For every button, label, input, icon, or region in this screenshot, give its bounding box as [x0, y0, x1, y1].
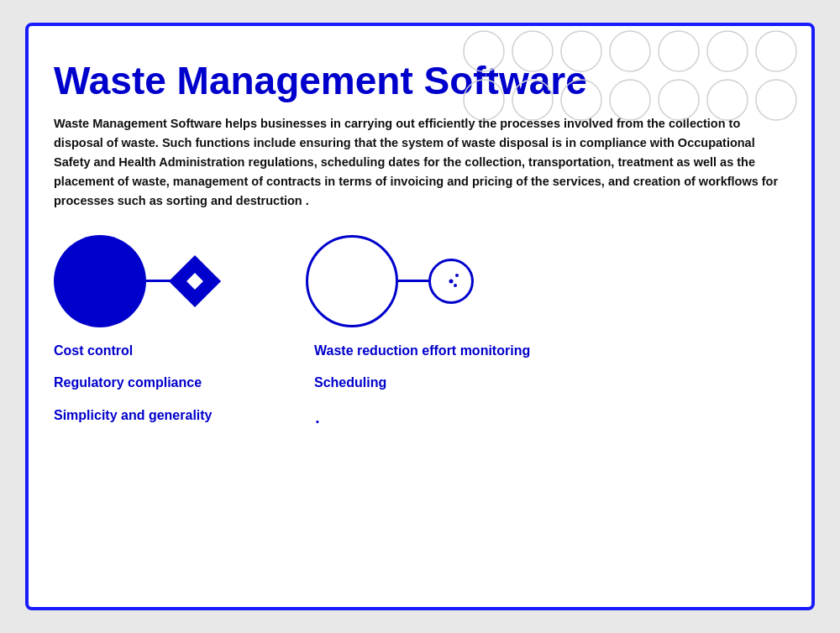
- dot-center: [449, 279, 454, 283]
- features-row: Cost control Regulatory compliance Simpl…: [54, 343, 786, 440]
- diagram-right: [306, 235, 533, 327]
- connector-line-right: [398, 280, 428, 282]
- dot-top-right: [455, 274, 459, 277]
- diamond-shape: [169, 254, 221, 306]
- feature-item-regulatory: Regulatory compliance: [54, 374, 289, 392]
- page-title: Waste Management Software: [54, 60, 786, 102]
- dot-bottom-right: [454, 284, 457, 287]
- description-text: Waste Management Software helps business…: [54, 114, 786, 212]
- large-outline-circle: [306, 235, 398, 327]
- feature-item-waste-reduction: Waste reduction effort monitoring: [314, 343, 549, 360]
- main-card: Waste Management Software Waste Manageme…: [25, 23, 815, 610]
- diagram-left: [54, 235, 281, 327]
- features-left: Cost control Regulatory compliance Simpl…: [54, 343, 289, 440]
- features-right: Waste reduction effort monitoring Schedu…: [314, 343, 549, 440]
- feature-item-cost: Cost control: [54, 343, 289, 360]
- feature-item-simplicity: Simplicity and generality: [54, 407, 289, 425]
- circle-dots: [444, 274, 459, 289]
- small-outline-circle: [428, 259, 474, 304]
- diagrams-row: [54, 235, 786, 327]
- dot-bullet: ·: [314, 407, 549, 434]
- feature-item-scheduling: Scheduling: [314, 374, 549, 392]
- diamond-inner: [186, 273, 203, 290]
- large-filled-circle: [54, 235, 146, 327]
